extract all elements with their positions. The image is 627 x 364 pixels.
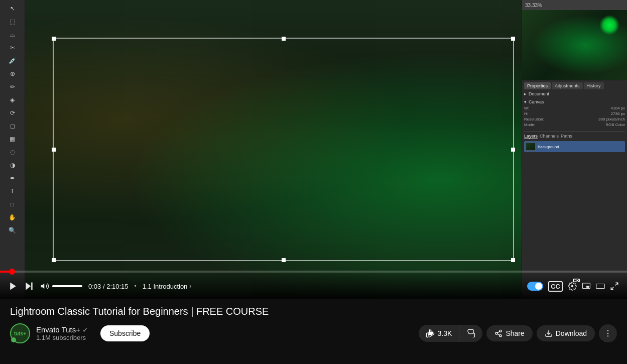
ps-panels-overlay: 33.33% Properties Adjustments History ▸D… xyxy=(522,0,627,299)
ps-tool-history[interactable]: ⟳ xyxy=(5,107,20,119)
ps-tool-dodge[interactable]: ◑ xyxy=(5,159,20,171)
time-display: 0:03 / 2:10:15 xyxy=(88,283,129,290)
ps-tool-crop[interactable]: ✂ xyxy=(5,42,20,54)
video-player[interactable]: ↖ ⬚ ⌓ ✂ 💉 ⊕ ✏ ◈ ⟳ ◻ ▦ ◌ ◑ ✒ T □ ✋ 🔍 33.3… xyxy=(0,0,627,299)
right-controls: CC HD xyxy=(527,281,619,292)
ps-canvas-title: ▾Canvas xyxy=(524,99,625,104)
video-title: Lightroom Classic Tutorial for Beginners… xyxy=(10,306,617,317)
ps-mode-row: Mode: RGB Color xyxy=(524,123,625,127)
channel-name-row: Envato Tuts+ ✓ xyxy=(36,325,88,334)
volume-fill xyxy=(52,285,82,287)
ps-layer-thumb xyxy=(526,143,536,151)
ps-tool-hand[interactable]: ✋ xyxy=(5,211,20,223)
progress-area: 0:03 / 2:10:15 • 1.1 Introduction › C xyxy=(0,271,627,299)
settings-button[interactable] xyxy=(568,282,577,291)
ps-tool-move[interactable]: ↖ xyxy=(5,3,20,15)
ps-preview xyxy=(522,10,627,80)
action-buttons: 3.3K Share xyxy=(419,324,617,342)
svg-marker-1 xyxy=(26,283,31,290)
ps-document-section: ▸Document xyxy=(524,91,625,96)
ps-height-row: H: 2736 px xyxy=(524,111,625,116)
autoplay-switch[interactable] xyxy=(527,282,543,291)
ps-layers-tab[interactable]: Layers xyxy=(524,134,538,139)
channel-name[interactable]: Envato Tuts+ xyxy=(36,325,80,334)
ps-tool-lasso[interactable]: ⌓ xyxy=(5,29,20,41)
svg-marker-3 xyxy=(41,284,45,289)
volume-area[interactable] xyxy=(40,282,82,291)
ps-tool-heal[interactable]: ⊕ xyxy=(5,68,20,80)
fullscreen-button[interactable] xyxy=(610,282,619,291)
subscribe-button[interactable]: Subscribe xyxy=(100,325,150,341)
svg-line-9 xyxy=(611,287,613,290)
svg-line-14 xyxy=(497,331,500,333)
video-scene: ↖ ⬚ ⌓ ✂ 💉 ⊕ ✏ ◈ ⟳ ◻ ▦ ◌ ◑ ✒ T □ ✋ 🔍 33.3… xyxy=(0,0,627,299)
svg-line-8 xyxy=(615,283,618,285)
ps-tool-gradient[interactable]: ▦ xyxy=(5,133,20,145)
volume-button[interactable] xyxy=(40,282,49,291)
ps-tab-properties[interactable]: Properties xyxy=(524,82,551,89)
ps-tool-text[interactable]: T xyxy=(5,185,20,197)
subscriber-count: 1.1M subscribers xyxy=(36,334,88,341)
settings-wrapper: HD xyxy=(568,282,577,291)
ps-width-row: W: 4104 px xyxy=(524,106,625,110)
ps-document-title: ▸Document xyxy=(524,91,625,96)
svg-point-11 xyxy=(495,332,497,334)
video-info-section: Lightroom Classic Tutorial for Beginners… xyxy=(0,299,627,364)
next-button[interactable] xyxy=(24,281,34,291)
share-button[interactable]: Share xyxy=(486,325,532,341)
svg-rect-6 xyxy=(586,286,589,288)
ps-zoom-level: 33.33% xyxy=(525,3,542,8)
play-button[interactable] xyxy=(8,281,18,291)
progress-bar[interactable] xyxy=(0,271,627,273)
ps-resolution-row: Resolution: 300 pixels/inch xyxy=(524,117,625,122)
ps-channels-tab[interactable]: Channels xyxy=(540,134,559,139)
ps-tool-zoom[interactable]: 🔍 xyxy=(5,224,20,236)
cc-button[interactable]: CC xyxy=(548,281,563,292)
ps-panel-tabs: Properties Adjustments History xyxy=(524,82,625,89)
channel-row: tuts+ Envato Tuts+ ✓ 1.1M subscribers Su… xyxy=(10,323,617,343)
dot-separator: • xyxy=(135,283,137,290)
ps-toolbar: ↖ ⬚ ⌓ ✂ 💉 ⊕ ✏ ◈ ⟳ ◻ ▦ ◌ ◑ ✒ T □ ✋ 🔍 xyxy=(0,0,25,299)
ps-tool-pen[interactable]: ✒ xyxy=(5,172,20,184)
volume-bar[interactable] xyxy=(52,285,82,287)
svg-marker-0 xyxy=(10,283,16,290)
ps-tab-history[interactable]: History xyxy=(584,82,604,89)
chapter-display[interactable]: 1.1 Introduction › xyxy=(143,283,192,290)
autoplay-knob xyxy=(535,283,542,290)
svg-point-16 xyxy=(607,330,608,331)
download-label: Download xyxy=(556,329,587,337)
ps-tool-shape[interactable]: □ xyxy=(5,198,20,210)
chevron-right-icon: › xyxy=(189,283,191,290)
ps-tool-eraser[interactable]: ◻ xyxy=(5,120,20,132)
svg-rect-7 xyxy=(596,284,605,289)
svg-point-10 xyxy=(499,330,501,332)
ps-layer-name: Background xyxy=(538,145,559,149)
dislike-button[interactable] xyxy=(459,325,482,342)
autoplay-toggle[interactable] xyxy=(527,282,543,291)
ps-canvas-section: ▾Canvas W: 4104 px H: 2736 px Resolution… xyxy=(524,99,625,127)
svg-point-4 xyxy=(571,285,574,288)
download-button[interactable]: Download xyxy=(537,325,595,341)
miniplayer-button[interactable] xyxy=(582,282,591,291)
like-count: 3.3K xyxy=(438,329,452,337)
theater-button[interactable] xyxy=(596,282,605,291)
ps-tool-blur[interactable]: ◌ xyxy=(5,146,20,158)
verified-icon: ✓ xyxy=(82,326,88,334)
channel-avatar[interactable]: tuts+ xyxy=(10,323,30,343)
svg-rect-2 xyxy=(31,283,32,290)
more-button[interactable] xyxy=(599,324,617,342)
like-dislike-group: 3.3K xyxy=(419,325,483,342)
ps-paths-tab[interactable]: Paths xyxy=(561,134,572,139)
ps-tool-select[interactable]: ⬚ xyxy=(5,16,20,28)
ps-right-panels: Properties Adjustments History ▸Document… xyxy=(522,80,627,299)
avatar-dot xyxy=(11,337,16,342)
ps-layer-background[interactable]: Background xyxy=(524,141,625,152)
share-label: Share xyxy=(506,329,524,337)
ps-tab-adjustments[interactable]: Adjustments xyxy=(552,82,583,89)
ps-tool-clone[interactable]: ◈ xyxy=(5,94,20,106)
ps-tool-brush[interactable]: ✏ xyxy=(5,81,20,93)
like-button[interactable]: 3.3K xyxy=(419,325,460,342)
ps-topbar: 33.33% xyxy=(522,0,627,10)
ps-tool-eyedrop[interactable]: 💉 xyxy=(5,55,20,67)
hd-badge: HD xyxy=(573,279,580,282)
